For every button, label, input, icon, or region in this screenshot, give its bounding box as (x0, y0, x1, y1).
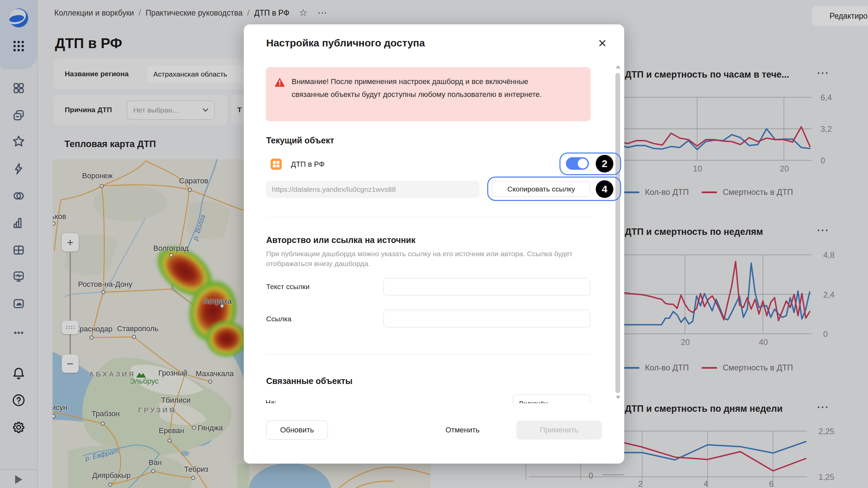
related-partial-text: Название (265, 399, 276, 403)
scrollbar-down-arrow[interactable] (616, 396, 620, 399)
warning-alert: Внимание! После применения настроек дашб… (266, 67, 591, 121)
public-url-input[interactable]: https://datalens.yandex/lu0cgnz1wvs88 (266, 181, 479, 198)
close-icon[interactable]: ✕ (598, 38, 607, 49)
authorship-description: При публикации дашборда можно указать сс… (266, 249, 581, 268)
section-divider (266, 354, 591, 354)
related-select-value: Включён (519, 400, 548, 403)
warning-icon (275, 77, 285, 87)
current-object-heading: Текущий объект (266, 136, 334, 145)
annotation-badge-4: 4 (596, 180, 613, 198)
related-objects-heading: Связанные объекты (266, 376, 353, 386)
authorship-heading: Авторство или ссылка на источник (266, 235, 415, 245)
refresh-button[interactable]: Обновить (266, 421, 328, 440)
warning-text: Внимание! После применения настроек дашб… (292, 75, 566, 101)
apply-button[interactable]: Применить (516, 421, 602, 440)
modal-scrollbar[interactable] (615, 73, 620, 393)
scrollbar-up-arrow[interactable] (616, 65, 620, 68)
annotation-badge-2: 2 (596, 155, 613, 172)
link-text-input[interactable] (383, 278, 590, 296)
cancel-button[interactable]: Отменить (439, 421, 486, 440)
related-filter-select[interactable]: Включён ⌄ (513, 394, 590, 403)
modal-title: Настройка публичного доступа (266, 37, 425, 49)
link-text-label: Текст ссылки (266, 283, 310, 291)
public-access-modal: Настройка публичного доступа ✕ Внимание!… (244, 24, 624, 464)
link-url-label: Ссылка (266, 315, 291, 323)
object-name: ДТП в РФ (291, 160, 324, 169)
section-divider (266, 217, 591, 217)
link-url-input[interactable] (383, 310, 590, 327)
dashboard-object-icon (271, 159, 282, 170)
